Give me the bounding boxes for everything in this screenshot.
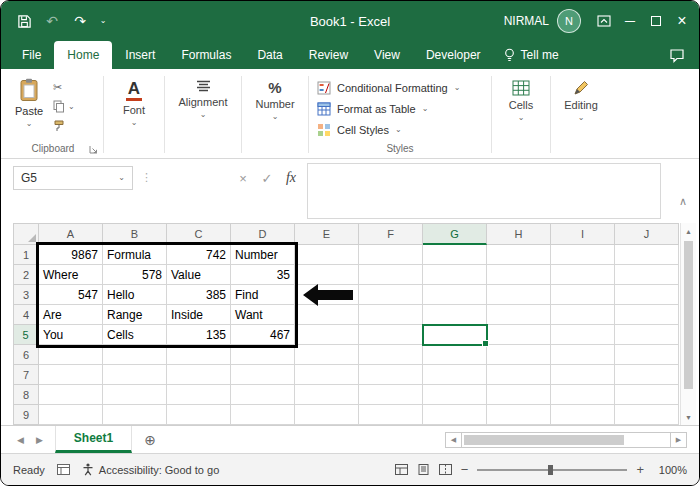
cell-C2[interactable]: Value [167,265,231,285]
qat-customize-button[interactable]: ⌄ [95,6,111,36]
cell-H4[interactable] [487,305,551,325]
cell-A6[interactable] [39,345,103,365]
cell-J4[interactable] [615,305,679,325]
cell-I6[interactable] [551,345,615,365]
cell-D3[interactable]: Find [231,285,295,305]
row-header-1[interactable]: 1 [13,245,39,265]
cell-J6[interactable] [615,345,679,365]
cell-A5[interactable]: You [39,325,103,345]
tab-developer[interactable]: Developer [413,41,494,69]
editing-group-button[interactable]: Editing ⌄ [553,71,609,158]
cell-F8[interactable] [359,385,423,405]
row-header-7[interactable]: 7 [13,365,39,385]
select-all-button[interactable] [13,223,39,245]
cell-C1[interactable]: 742 [167,245,231,265]
scroll-down-button[interactable]: ▼ [681,409,696,425]
cell-C8[interactable] [167,385,231,405]
cell-F1[interactable] [359,245,423,265]
cell-B6[interactable] [103,345,167,365]
column-header-A[interactable]: A [39,223,103,245]
column-header-E[interactable]: E [295,223,359,245]
cell-G4[interactable] [423,305,487,325]
paste-button[interactable]: Paste ⌄ [5,71,53,143]
cell-B7[interactable] [103,365,167,385]
cell-D2[interactable]: 35 [231,265,295,285]
normal-view-button[interactable] [395,464,408,475]
cell-G5[interactable] [423,325,487,345]
column-header-H[interactable]: H [487,223,551,245]
cell-C3[interactable]: 385 [167,285,231,305]
cell-A1[interactable]: 9867 [39,245,103,265]
cell-D6[interactable] [231,345,295,365]
cell-F4[interactable] [359,305,423,325]
cell-B9[interactable] [103,405,167,425]
cell-A3[interactable]: 547 [39,285,103,305]
row-header-8[interactable]: 8 [13,385,39,405]
cell-C7[interactable] [167,365,231,385]
sheet-nav-left-icon[interactable]: ◀ [11,435,30,445]
format-painter-button[interactable] [53,119,75,132]
row-header-4[interactable]: 4 [13,305,39,325]
scroll-left-button[interactable]: ◀ [445,432,462,448]
page-break-view-button[interactable] [439,464,452,475]
cell-I4[interactable] [551,305,615,325]
cell-styles-button[interactable]: Cell Styles ⌄ [311,119,489,140]
cell-C6[interactable] [167,345,231,365]
cell-H5[interactable] [487,325,551,345]
cell-H9[interactable] [487,405,551,425]
page-layout-view-button[interactable] [417,464,430,475]
tab-file[interactable]: File [9,41,54,69]
cell-A9[interactable] [39,405,103,425]
tell-me-button[interactable]: Tell me [494,41,569,69]
cell-B2[interactable]: 578 [103,265,167,285]
cut-button[interactable]: ✂ [53,81,75,94]
cell-F3[interactable] [359,285,423,305]
user-name[interactable]: NIRMAL [504,14,549,28]
cell-D8[interactable] [231,385,295,405]
column-header-C[interactable]: C [167,223,231,245]
cell-J7[interactable] [615,365,679,385]
undo-button[interactable]: ↶ [39,6,65,36]
cell-D4[interactable]: Want [231,305,295,325]
row-header-5[interactable]: 5 [13,325,39,345]
cell-D5[interactable]: 467 [231,325,295,345]
clipboard-dialog-launcher-icon[interactable] [89,145,98,154]
cell-B4[interactable]: Range [103,305,167,325]
cell-J2[interactable] [615,265,679,285]
cells-group-button[interactable]: Cells ⌄ [494,71,548,158]
cell-I5[interactable] [551,325,615,345]
cell-F5[interactable] [359,325,423,345]
accessibility-checker[interactable]: Accessibility: Good to go [82,463,219,476]
sheet-nav-right-icon[interactable]: ▶ [30,435,49,445]
horizontal-scroll-track[interactable] [462,432,670,448]
cell-D9[interactable] [231,405,295,425]
cell-H3[interactable] [487,285,551,305]
font-group-button[interactable]: A Font ⌄ [106,71,162,158]
column-header-F[interactable]: F [359,223,423,245]
cell-H6[interactable] [487,345,551,365]
cell-I3[interactable] [551,285,615,305]
name-box[interactable]: G5 ⌄ [13,166,133,190]
tab-formulas[interactable]: Formulas [168,41,244,69]
cell-A4[interactable]: Are [39,305,103,325]
cell-C4[interactable]: Inside [167,305,231,325]
minimize-button[interactable]: ─ [617,6,643,36]
formula-input[interactable] [307,163,661,219]
column-header-D[interactable]: D [231,223,295,245]
cell-J8[interactable] [615,385,679,405]
cell-B3[interactable]: Hello [103,285,167,305]
conditional-formatting-button[interactable]: Conditional Formatting ⌄ [311,77,489,98]
insert-function-button[interactable]: fx [281,167,301,189]
cell-J3[interactable] [615,285,679,305]
format-as-table-button[interactable]: Format as Table ⌄ [311,98,489,119]
new-sheet-button[interactable]: ⊕ [144,432,156,448]
column-header-J[interactable]: J [615,223,679,245]
cell-G1[interactable] [423,245,487,265]
zoom-level[interactable]: 100% [653,464,687,476]
ribbon-display-options-button[interactable] [591,6,617,36]
cell-F6[interactable] [359,345,423,365]
enter-button[interactable]: ✓ [257,167,277,189]
cell-E6[interactable] [295,345,359,365]
cell-G9[interactable] [423,405,487,425]
number-group-button[interactable]: % Number ⌄ [244,71,306,158]
